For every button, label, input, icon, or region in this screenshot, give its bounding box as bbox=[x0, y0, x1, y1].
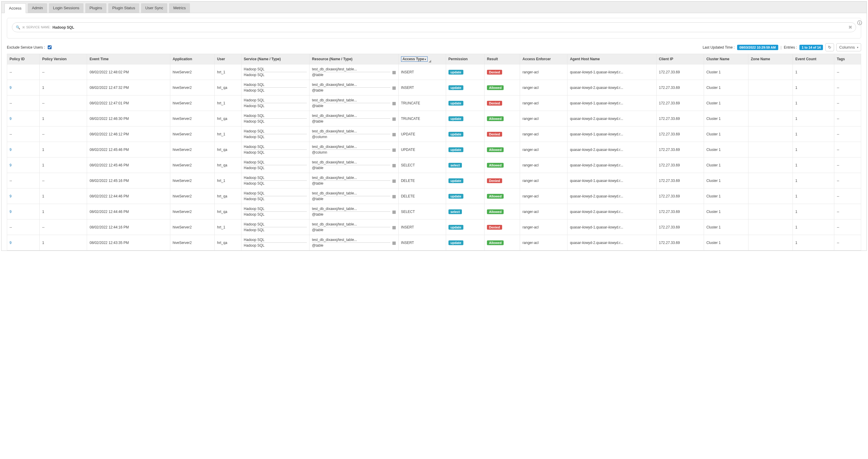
permission-badge: select bbox=[448, 209, 462, 214]
col-zone-name[interactable]: Zone Name bbox=[748, 54, 793, 64]
columns-button[interactable]: Columns bbox=[836, 43, 861, 51]
clear-search-icon[interactable]: ✖ bbox=[848, 25, 852, 30]
col-access-enforcer[interactable]: Access Enforcer bbox=[520, 54, 567, 64]
service-type: Hadoop SQL bbox=[244, 181, 307, 185]
col-policy-id[interactable]: Policy ID bbox=[7, 54, 40, 64]
tab-login-sessions[interactable]: Login Sessions bbox=[49, 3, 84, 13]
policy-id-link[interactable]: 9 bbox=[9, 241, 12, 245]
cell: 1 bbox=[793, 126, 834, 142]
cell: Cluster 1 bbox=[704, 80, 748, 95]
tab-plugin-status[interactable]: Plugin Status bbox=[108, 3, 140, 13]
table-row[interactable]: ----08/02/2022 12:48:02 PMhiveServer2hrt… bbox=[7, 64, 861, 80]
table-row[interactable]: 9108/02/2022 12:43:35 PMhiveServer2hrt_q… bbox=[7, 235, 861, 250]
resource-details-icon[interactable]: ▦ bbox=[392, 147, 396, 152]
table-row[interactable]: 9108/02/2022 12:45:46 PMhiveServer2hrt_q… bbox=[7, 157, 861, 173]
result-badge: Allowed bbox=[487, 240, 504, 245]
policy-id-link[interactable]: 9 bbox=[9, 148, 12, 152]
table-row[interactable]: 9108/02/2022 12:45:46 PMhiveServer2hrt_q… bbox=[7, 142, 861, 157]
clear-chip-icon[interactable]: ✖ bbox=[22, 25, 25, 30]
policy-id-link[interactable]: 9 bbox=[9, 86, 12, 90]
table-row[interactable]: 9108/02/2022 12:46:30 PMhiveServer2hrt_q… bbox=[7, 111, 861, 126]
resource-details-icon[interactable]: ▦ bbox=[392, 70, 396, 74]
col-permission[interactable]: Permission bbox=[446, 54, 484, 64]
info-icon[interactable]: ⓘ bbox=[857, 20, 862, 25]
table-row[interactable]: ----08/02/2022 12:46:12 PMhiveServer2hrt… bbox=[7, 126, 861, 142]
resource-details-icon[interactable]: ▦ bbox=[392, 225, 396, 230]
cell: quasar-iiowyd-1.quasar-iiowyd.r... bbox=[567, 95, 656, 111]
cell: Allowed bbox=[485, 80, 520, 95]
col-agent-host-name[interactable]: Agent Host Name bbox=[567, 54, 656, 64]
cell: -- bbox=[7, 126, 40, 142]
cell: 08/02/2022 12:44:46 PM bbox=[87, 188, 170, 204]
resource-details-icon[interactable]: ▦ bbox=[392, 132, 396, 136]
access-type-filter[interactable]: Access Type bbox=[401, 56, 428, 62]
cell: quasar-iiowyd-1.quasar-iiowyd.r... bbox=[567, 126, 656, 142]
col-user[interactable]: User bbox=[215, 54, 242, 64]
table-row[interactable]: ----08/02/2022 12:47:01 PMhiveServer2hrt… bbox=[7, 95, 861, 111]
policy-id-link[interactable]: 9 bbox=[9, 163, 12, 167]
resource-details-icon[interactable]: ▦ bbox=[392, 194, 396, 198]
exclude-service-users-checkbox[interactable] bbox=[48, 45, 52, 49]
resource-details-icon[interactable]: ▦ bbox=[392, 178, 396, 183]
col-tags[interactable]: Tags bbox=[834, 54, 861, 64]
tab-admin[interactable]: Admin bbox=[28, 3, 47, 13]
col-service-name-type-[interactable]: Service (Name / Type) bbox=[241, 54, 310, 64]
resize-handle-icon[interactable]: ◢ bbox=[429, 59, 431, 63]
service-name: Hadoop SQL bbox=[244, 238, 307, 243]
cell bbox=[748, 173, 793, 188]
col-resource-name-type-[interactable]: Resource (Name / Type) bbox=[310, 54, 398, 64]
tab-plugins[interactable]: Plugins bbox=[85, 3, 106, 13]
table-row[interactable]: 9108/02/2022 12:44:46 PMhiveServer2hrt_q… bbox=[7, 188, 861, 204]
cell: hiveServer2 bbox=[170, 204, 214, 219]
cell: 172.27.33.69 bbox=[656, 204, 704, 219]
search-input-pill[interactable]: 🔍 ✖ SERVICE NAME: Hadoop SQL ✖ bbox=[12, 22, 856, 32]
service-name-value: Hadoop SQL bbox=[53, 25, 74, 30]
tab-user-sync[interactable]: User Sync bbox=[141, 3, 167, 13]
policy-id-link[interactable]: 9 bbox=[9, 210, 12, 214]
table-row[interactable]: 9108/02/2022 12:44:46 PMhiveServer2hrt_q… bbox=[7, 204, 861, 219]
cell: -- bbox=[834, 204, 861, 219]
resource-details-icon[interactable]: ▦ bbox=[392, 209, 396, 214]
cell: 08/02/2022 12:48:02 PM bbox=[87, 64, 170, 80]
cell: -- bbox=[834, 126, 861, 142]
cell: 1 bbox=[793, 219, 834, 235]
resource-name: test_db_dixawxj/test_table... bbox=[312, 98, 390, 103]
resource-details-icon[interactable]: ▦ bbox=[392, 101, 396, 105]
col-policy-version[interactable]: Policy Version bbox=[40, 54, 87, 64]
cell: 9 bbox=[7, 188, 40, 204]
service-name: Hadoop SQL bbox=[244, 114, 307, 119]
resource-details-icon[interactable]: ▦ bbox=[392, 85, 396, 90]
col-cluster-name[interactable]: Cluster Name bbox=[704, 54, 748, 64]
permission-badge: update bbox=[448, 194, 463, 198]
tab-access[interactable]: Access bbox=[4, 3, 26, 13]
col-result[interactable]: Result bbox=[485, 54, 520, 64]
resource-details-icon[interactable]: ▦ bbox=[392, 116, 396, 121]
cell: hrt_qa bbox=[215, 80, 242, 95]
tab-metrics[interactable]: Metrics bbox=[169, 3, 190, 13]
resource-details-icon[interactable]: ▦ bbox=[392, 240, 396, 245]
service-type: Hadoop SQL bbox=[244, 212, 307, 217]
service-type: Hadoop SQL bbox=[244, 243, 307, 248]
col-client-ip[interactable]: Client IP bbox=[656, 54, 704, 64]
policy-id-link[interactable]: 9 bbox=[9, 194, 12, 198]
table-row[interactable]: ----08/02/2022 12:45:16 PMhiveServer2hrt… bbox=[7, 173, 861, 188]
cell: 08/02/2022 12:46:30 PM bbox=[87, 111, 170, 126]
col-application[interactable]: Application bbox=[170, 54, 214, 64]
table-row[interactable]: ----08/02/2022 12:44:16 PMhiveServer2hrt… bbox=[7, 219, 861, 235]
col-event-time[interactable]: Event Time bbox=[87, 54, 170, 64]
policy-id-link[interactable]: 9 bbox=[9, 117, 12, 121]
cell: hiveServer2 bbox=[170, 173, 214, 188]
cell: quasar-iiowyd-1.quasar-iiowyd.r... bbox=[567, 64, 656, 80]
resource-name: test_db_dixawxj/test_table... bbox=[312, 176, 390, 181]
resource-details-icon[interactable]: ▦ bbox=[392, 163, 396, 167]
permission-badge: update bbox=[448, 147, 463, 152]
cell: 172.27.33.69 bbox=[656, 157, 704, 173]
cell: hiveServer2 bbox=[170, 64, 214, 80]
cell: ranger-acl bbox=[520, 173, 567, 188]
col-access-type[interactable]: Access Type◢ bbox=[398, 54, 446, 64]
cell: -- bbox=[7, 219, 40, 235]
cell: 1 bbox=[793, 95, 834, 111]
refresh-button[interactable]: ↻ bbox=[825, 43, 834, 51]
col-event-count[interactable]: Event Count bbox=[793, 54, 834, 64]
table-row[interactable]: 9108/02/2022 12:47:32 PMhiveServer2hrt_q… bbox=[7, 80, 861, 95]
